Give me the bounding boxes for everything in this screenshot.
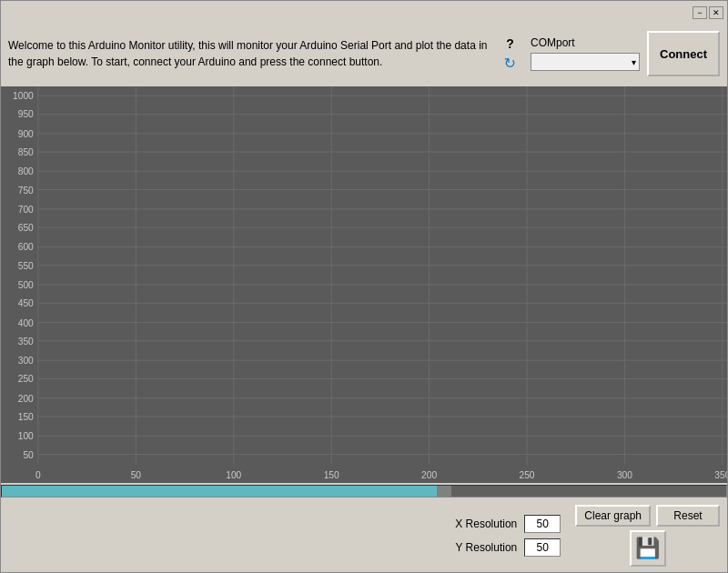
graph-svg: 1000 950 900 850 800 750 700 650 600 xyxy=(1,86,727,483)
controls-left: X Resolution Y Resolution xyxy=(444,515,561,557)
svg-text:850: 850 xyxy=(18,147,34,157)
btn-row-bottom: 💾 xyxy=(630,530,666,567)
svg-text:1000: 1000 xyxy=(13,91,34,101)
svg-text:300: 300 xyxy=(617,470,632,480)
svg-text:100: 100 xyxy=(226,470,241,480)
bottom-controls: X Resolution Y Resolution Clear graph Re… xyxy=(1,499,727,572)
svg-text:600: 600 xyxy=(18,243,34,253)
help-refresh-panel: ? ↺ xyxy=(504,36,516,72)
svg-text:500: 500 xyxy=(18,280,34,290)
com-select-wrapper xyxy=(531,53,640,71)
svg-text:900: 900 xyxy=(18,129,34,139)
svg-text:700: 700 xyxy=(18,205,34,215)
y-resolution-label: Y Resolution xyxy=(444,541,517,554)
y-resolution-row: Y Resolution xyxy=(444,538,561,557)
svg-text:800: 800 xyxy=(18,166,34,176)
btn-row-top: Clear graph Reset xyxy=(575,505,720,527)
x-resolution-row: X Resolution xyxy=(444,515,561,533)
svg-text:0: 0 xyxy=(35,470,41,480)
scrollbar-thumb-right xyxy=(451,486,726,497)
com-select[interactable] xyxy=(531,53,640,71)
svg-text:450: 450 xyxy=(18,298,34,308)
x-resolution-input[interactable] xyxy=(524,515,561,533)
top-area: Welcome to this Arduino Monitor utility,… xyxy=(1,21,727,86)
controls-right: Clear graph Reset 💾 xyxy=(575,505,720,567)
com-section: COMport xyxy=(531,36,640,71)
svg-text:50: 50 xyxy=(131,470,142,480)
com-label: COMport xyxy=(531,36,575,49)
scrollbar-track[interactable] xyxy=(1,485,727,498)
x-resolution-label: X Resolution xyxy=(444,518,517,530)
main-window: − ✕ Welcome to this Arduino Monitor util… xyxy=(0,0,728,573)
scrollbar-thumb-left[interactable] xyxy=(2,486,437,497)
svg-text:300: 300 xyxy=(18,356,34,366)
y-resolution-input[interactable] xyxy=(524,538,561,557)
svg-text:150: 150 xyxy=(18,412,34,422)
svg-text:200: 200 xyxy=(18,394,34,404)
save-icon: 💾 xyxy=(635,537,660,560)
save-button[interactable]: 💾 xyxy=(630,530,666,567)
svg-text:400: 400 xyxy=(18,318,34,328)
help-button[interactable]: ? xyxy=(506,36,514,51)
svg-text:350: 350 xyxy=(18,337,34,347)
welcome-text: Welcome to this Arduino Monitor utility,… xyxy=(8,37,497,70)
scrollbar-area xyxy=(1,483,727,499)
clear-graph-button[interactable]: Clear graph xyxy=(575,505,651,527)
refresh-button[interactable]: ↺ xyxy=(504,55,516,72)
svg-text:200: 200 xyxy=(421,470,437,480)
svg-text:100: 100 xyxy=(18,431,34,441)
svg-text:250: 250 xyxy=(18,375,34,385)
svg-text:250: 250 xyxy=(520,470,535,480)
svg-text:550: 550 xyxy=(18,261,34,271)
reset-button[interactable]: Reset xyxy=(656,505,720,527)
svg-text:50: 50 xyxy=(23,450,34,460)
svg-text:350: 350 xyxy=(714,470,727,480)
controls-main: X Resolution Y Resolution Clear graph Re… xyxy=(8,505,720,567)
minimize-button[interactable]: − xyxy=(693,6,707,19)
svg-text:750: 750 xyxy=(18,186,34,196)
svg-text:950: 950 xyxy=(18,110,34,120)
svg-text:150: 150 xyxy=(324,470,339,480)
connect-button[interactable]: Connect xyxy=(647,31,720,76)
svg-text:650: 650 xyxy=(18,223,34,233)
close-button[interactable]: ✕ xyxy=(709,6,723,19)
title-bar: − ✕ xyxy=(1,1,727,21)
graph-container: 1000 950 900 850 800 750 700 650 600 xyxy=(1,86,727,483)
